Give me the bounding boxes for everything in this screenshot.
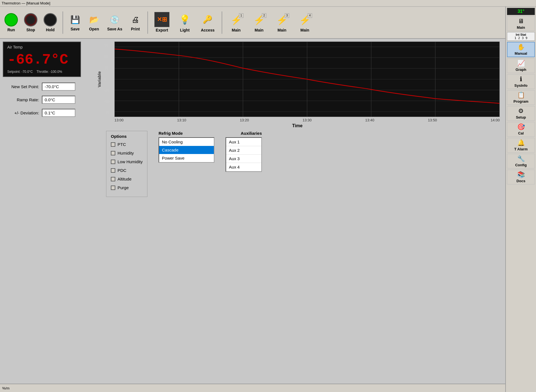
stop-button[interactable]: Stop <box>22 12 40 33</box>
sidebar-item-docs[interactable]: 📚 Docs <box>507 170 535 184</box>
refrig-cascade[interactable]: Cascade <box>159 146 214 154</box>
air-temp-display: Air Temp -66.7°C Setpoint: -70.0°C Throt… <box>3 42 81 77</box>
aux-3[interactable]: Aux 3 <box>226 155 261 163</box>
sidebar-item-main[interactable]: 🖥 Main <box>507 16 535 31</box>
run-label: Run <box>7 28 15 32</box>
new-setpoint-input[interactable] <box>42 83 75 91</box>
pdc-checkbox[interactable] <box>111 168 115 173</box>
hold-label: Hold <box>46 28 54 32</box>
access-button[interactable]: 🔑 Access <box>197 12 218 33</box>
sidebar-item-config[interactable]: 🔧 Config <box>507 154 535 169</box>
sidebar-item-cal[interactable]: 🎯 Cal <box>507 122 535 137</box>
f3-main-button[interactable]: ⚡ 3 Main <box>271 12 293 33</box>
open-icon: 📂 <box>88 14 100 26</box>
light-button[interactable]: 💡 Light <box>174 12 195 33</box>
ramp-rate-label: Ramp Rate: <box>3 97 39 102</box>
option-humidity-row: Humidity <box>111 151 143 155</box>
status-text: %/m <box>2 386 9 390</box>
sidebar-setup-label: Setup <box>516 115 526 119</box>
f3-label: Main <box>277 28 286 32</box>
purge-checkbox[interactable] <box>111 186 115 190</box>
f3-icon: ⚡ 3 <box>274 13 290 27</box>
save-as-button[interactable]: 💿 Save As <box>104 13 125 32</box>
sidebar-item-graph[interactable]: 📈 Graph <box>507 58 535 73</box>
sidebar-talarm-label: T Alarm <box>514 147 528 151</box>
sidebar-manual-label: Manual <box>515 51 527 56</box>
f1-main-button[interactable]: ⚡ 1 Main <box>226 12 247 33</box>
altitude-label: Altitude <box>118 177 131 181</box>
save-button[interactable]: 💾 Save <box>66 13 84 32</box>
options-area: Options PTC Humidity Low Humidity PDC Al… <box>106 131 262 197</box>
option-altitude-row: Altitude <box>111 177 143 181</box>
save-icon: 💾 <box>69 14 81 26</box>
options-panel: Options PTC Humidity Low Humidity PDC Al… <box>106 131 147 197</box>
low-humidity-label: Low Humidity <box>118 159 143 164</box>
print-button[interactable]: 🖨 Print <box>127 13 144 32</box>
option-purge-row: Purge <box>111 185 143 190</box>
toolbar: Run Stop Hold 💾 Save 📂 Open 💿 Save As 🖨 … <box>0 7 536 39</box>
y-axis-label: Variable <box>97 71 102 87</box>
f2-main-button[interactable]: ⚡ 2 Main <box>248 12 270 33</box>
option-ptc-row: PTC <box>111 142 143 147</box>
ptc-checkbox[interactable] <box>111 142 115 147</box>
deviation-row: +/- Deviation: <box>3 109 81 117</box>
mode-label: [Manual Mode] <box>26 1 50 5</box>
run-button[interactable]: Run <box>2 12 20 33</box>
setup-icon: ⚙ <box>518 107 524 115</box>
export-icon: ✕⊞ <box>154 13 170 27</box>
sysinfo-icon: ℹ <box>520 76 522 83</box>
new-setpoint-row: New Set Point: <box>3 83 81 91</box>
f1-label: Main <box>232 28 241 32</box>
throttle-text: Throttle: -100.0% <box>37 70 62 74</box>
hold-button[interactable]: Hold <box>41 12 59 33</box>
title-bar: Thermotron — [Manual Mode] <box>0 0 536 7</box>
refrig-list: No Cooling Cascade Power Save <box>159 137 214 163</box>
ramp-rate-input[interactable] <box>42 96 75 104</box>
new-setpoint-label: New Set Point: <box>3 84 39 89</box>
sidebar-item-sysinfo[interactable]: ℹ SysInfo <box>507 74 535 89</box>
separator-2 <box>147 11 148 34</box>
access-label: Access <box>201 28 214 32</box>
refrig-no-cooling[interactable]: No Cooling <box>159 138 214 146</box>
sidebar-item-program[interactable]: 📋 Program <box>507 90 535 105</box>
separator-3 <box>222 11 222 34</box>
options-title: Options <box>111 134 143 139</box>
print-icon: 🖨 <box>130 14 141 26</box>
altitude-checkbox[interactable] <box>111 177 115 181</box>
refrig-power-save[interactable]: Power Save <box>159 154 214 162</box>
x-axis-label: Time <box>95 123 500 128</box>
talarm-icon: 🔔 <box>517 139 525 146</box>
config-icon: 🔧 <box>517 155 525 162</box>
refrig-title: Refrig Mode <box>159 131 214 136</box>
f4-main-button[interactable]: ⚡ 4 Main <box>294 12 315 33</box>
humidity-checkbox[interactable] <box>111 151 115 155</box>
sidebar-config-label: Config <box>515 163 527 167</box>
print-label: Print <box>131 27 140 31</box>
ramp-rate-row: Ramp Rate: <box>3 96 81 104</box>
chart-area: Variable 75 50 25 0 -25 -50 -75 <box>95 42 500 122</box>
light-label: Light <box>180 28 190 32</box>
deviation-input[interactable] <box>42 109 75 117</box>
f4-icon: ⚡ 4 <box>297 13 313 27</box>
low-humidity-checkbox[interactable] <box>111 160 115 164</box>
light-icon: 💡 <box>177 13 193 27</box>
int-stat-display: Int Stat 1 2 3 9 <box>507 32 535 41</box>
aux-4[interactable]: Aux 4 <box>226 163 261 171</box>
aux-1[interactable]: Aux 1 <box>226 138 261 146</box>
temp-value: -66.7°C <box>7 52 76 68</box>
sidebar-item-talarm[interactable]: 🔔 T Alarm <box>507 138 535 153</box>
export-label: Export <box>156 28 168 32</box>
stop-label: Stop <box>26 28 35 32</box>
aux-2[interactable]: Aux 2 <box>226 146 261 155</box>
sidebar-graph-label: Graph <box>516 68 526 72</box>
sidebar-item-manual[interactable]: ✋ Manual <box>507 42 535 57</box>
aux-panel: Auxiliaries Aux 1 Aux 2 Aux 3 Aux 4 <box>226 131 262 197</box>
f2-icon: ⚡ 2 <box>251 13 267 27</box>
sidebar-item-setup[interactable]: ⚙ Setup <box>507 106 535 121</box>
open-button[interactable]: 📂 Open <box>85 13 103 32</box>
chart-svg <box>115 42 499 117</box>
humidity-label: Humidity <box>118 151 134 155</box>
export-button[interactable]: ✕⊞ Export <box>151 12 173 33</box>
aux-title: Auxiliaries <box>226 131 262 136</box>
ptc-label: PTC <box>118 142 126 147</box>
